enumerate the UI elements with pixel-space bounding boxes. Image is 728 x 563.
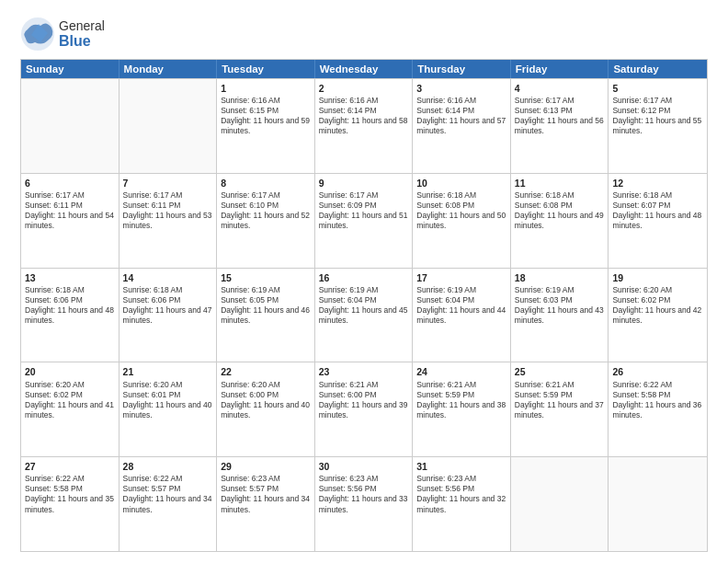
header-tuesday: Tuesday — [217, 60, 315, 78]
table-row: 1Sunrise: 6:16 AM Sunset: 6:15 PM Daylig… — [217, 79, 315, 173]
day-number: 25 — [515, 365, 605, 378]
day-info: Sunrise: 6:18 AM Sunset: 6:06 PM Dayligh… — [25, 285, 115, 326]
day-info: Sunrise: 6:22 AM Sunset: 5:58 PM Dayligh… — [25, 474, 115, 514]
table-row: 4Sunrise: 6:17 AM Sunset: 6:13 PM Daylig… — [511, 79, 609, 173]
day-number: 20 — [25, 365, 115, 378]
day-number: 29 — [221, 460, 311, 473]
table-row: 7Sunrise: 6:17 AM Sunset: 6:11 PM Daylig… — [119, 174, 218, 268]
day-info: Sunrise: 6:20 AM Sunset: 6:02 PM Dayligh… — [25, 380, 115, 420]
day-info: Sunrise: 6:19 AM Sunset: 6:05 PM Dayligh… — [221, 285, 311, 326]
day-info: Sunrise: 6:18 AM Sunset: 6:08 PM Dayligh… — [515, 190, 605, 231]
day-info: Sunrise: 6:17 AM Sunset: 6:11 PM Dayligh… — [123, 190, 213, 231]
header-thursday: Thursday — [413, 60, 511, 78]
table-row: 13Sunrise: 6:18 AM Sunset: 6:06 PM Dayli… — [21, 269, 119, 362]
day-number: 31 — [416, 460, 506, 473]
table-row: 24Sunrise: 6:21 AM Sunset: 5:59 PM Dayli… — [413, 362, 511, 456]
day-number: 22 — [221, 365, 311, 378]
day-number: 19 — [612, 271, 703, 284]
table-row: 26Sunrise: 6:22 AM Sunset: 5:58 PM Dayli… — [609, 362, 707, 456]
day-info: Sunrise: 6:20 AM Sunset: 6:02 PM Dayligh… — [612, 285, 703, 326]
table-row: 9Sunrise: 6:17 AM Sunset: 6:09 PM Daylig… — [315, 174, 414, 268]
table-row — [511, 457, 609, 551]
calendar-body: 1Sunrise: 6:16 AM Sunset: 6:15 PM Daylig… — [21, 78, 707, 551]
day-number: 4 — [515, 82, 605, 95]
day-info: Sunrise: 6:23 AM Sunset: 5:57 PM Dayligh… — [221, 474, 311, 514]
table-row: 17Sunrise: 6:19 AM Sunset: 6:04 PM Dayli… — [413, 269, 511, 362]
table-row: 31Sunrise: 6:23 AM Sunset: 5:56 PM Dayli… — [413, 457, 511, 551]
day-number: 17 — [416, 271, 506, 284]
table-row: 6Sunrise: 6:17 AM Sunset: 6:11 PM Daylig… — [21, 174, 119, 268]
day-number: 7 — [123, 177, 213, 190]
header-friday: Friday — [511, 60, 609, 78]
table-row: 28Sunrise: 6:22 AM Sunset: 5:57 PM Dayli… — [119, 457, 218, 551]
day-number: 30 — [319, 460, 409, 473]
week-row-4: 20Sunrise: 6:20 AM Sunset: 6:02 PM Dayli… — [21, 362, 707, 456]
week-row-3: 13Sunrise: 6:18 AM Sunset: 6:06 PM Dayli… — [21, 268, 707, 362]
day-number: 10 — [416, 177, 506, 190]
day-info: Sunrise: 6:21 AM Sunset: 6:00 PM Dayligh… — [319, 380, 409, 420]
header-monday: Monday — [119, 60, 218, 78]
logo-blue: Blue — [59, 33, 105, 50]
table-row: 5Sunrise: 6:17 AM Sunset: 6:12 PM Daylig… — [609, 79, 707, 173]
day-number: 11 — [515, 177, 605, 190]
day-info: Sunrise: 6:19 AM Sunset: 6:04 PM Dayligh… — [319, 285, 409, 326]
table-row: 29Sunrise: 6:23 AM Sunset: 5:57 PM Dayli… — [217, 457, 315, 551]
day-number: 8 — [221, 177, 311, 190]
week-row-1: 1Sunrise: 6:16 AM Sunset: 6:15 PM Daylig… — [21, 78, 707, 173]
table-row: 30Sunrise: 6:23 AM Sunset: 5:56 PM Dayli… — [315, 457, 414, 551]
day-info: Sunrise: 6:23 AM Sunset: 5:56 PM Dayligh… — [416, 474, 506, 514]
table-row — [119, 79, 218, 173]
header-saturday: Saturday — [609, 60, 707, 78]
day-number: 13 — [25, 271, 115, 284]
day-info: Sunrise: 6:22 AM Sunset: 5:58 PM Dayligh… — [612, 380, 703, 420]
day-info: Sunrise: 6:18 AM Sunset: 6:07 PM Dayligh… — [612, 190, 703, 231]
table-row: 11Sunrise: 6:18 AM Sunset: 6:08 PM Dayli… — [511, 174, 609, 268]
logo-general: General — [59, 19, 105, 33]
day-info: Sunrise: 6:17 AM Sunset: 6:10 PM Dayligh… — [221, 190, 311, 231]
table-row: 8Sunrise: 6:17 AM Sunset: 6:10 PM Daylig… — [217, 174, 315, 268]
table-row: 18Sunrise: 6:19 AM Sunset: 6:03 PM Dayli… — [511, 269, 609, 362]
logo: General Blue — [20, 17, 105, 52]
header: General Blue — [20, 17, 708, 52]
calendar: Sunday Monday Tuesday Wednesday Thursday… — [20, 59, 708, 552]
logo-icon — [20, 17, 55, 52]
table-row: 16Sunrise: 6:19 AM Sunset: 6:04 PM Dayli… — [315, 269, 414, 362]
day-info: Sunrise: 6:20 AM Sunset: 6:00 PM Dayligh… — [221, 380, 311, 420]
table-row: 3Sunrise: 6:16 AM Sunset: 6:14 PM Daylig… — [413, 79, 511, 173]
day-number: 2 — [319, 82, 409, 95]
day-number: 18 — [515, 271, 605, 284]
calendar-header: Sunday Monday Tuesday Wednesday Thursday… — [21, 60, 707, 78]
table-row: 23Sunrise: 6:21 AM Sunset: 6:00 PM Dayli… — [315, 362, 414, 456]
header-wednesday: Wednesday — [315, 60, 414, 78]
day-number: 14 — [123, 271, 213, 284]
day-number: 9 — [319, 177, 409, 190]
table-row — [609, 457, 707, 551]
day-info: Sunrise: 6:18 AM Sunset: 6:06 PM Dayligh… — [123, 285, 213, 326]
day-number: 5 — [612, 82, 703, 95]
day-info: Sunrise: 6:23 AM Sunset: 5:56 PM Dayligh… — [319, 474, 409, 514]
page: General Blue Sunday Monday Tuesday Wedne… — [0, 0, 728, 563]
day-number: 24 — [416, 365, 506, 378]
table-row: 2Sunrise: 6:16 AM Sunset: 6:14 PM Daylig… — [315, 79, 414, 173]
week-row-2: 6Sunrise: 6:17 AM Sunset: 6:11 PM Daylig… — [21, 173, 707, 268]
day-info: Sunrise: 6:21 AM Sunset: 5:59 PM Dayligh… — [515, 380, 605, 420]
day-number: 1 — [221, 82, 311, 95]
table-row: 12Sunrise: 6:18 AM Sunset: 6:07 PM Dayli… — [609, 174, 707, 268]
day-info: Sunrise: 6:17 AM Sunset: 6:12 PM Dayligh… — [612, 96, 703, 136]
table-row: 21Sunrise: 6:20 AM Sunset: 6:01 PM Dayli… — [119, 362, 218, 456]
day-number: 28 — [123, 460, 213, 473]
table-row: 20Sunrise: 6:20 AM Sunset: 6:02 PM Dayli… — [21, 362, 119, 456]
day-number: 21 — [123, 365, 213, 378]
day-info: Sunrise: 6:17 AM Sunset: 6:11 PM Dayligh… — [25, 190, 115, 231]
table-row: 22Sunrise: 6:20 AM Sunset: 6:00 PM Dayli… — [217, 362, 315, 456]
day-number: 27 — [25, 460, 115, 473]
week-row-5: 27Sunrise: 6:22 AM Sunset: 5:58 PM Dayli… — [21, 456, 707, 551]
day-number: 26 — [612, 365, 703, 378]
table-row: 19Sunrise: 6:20 AM Sunset: 6:02 PM Dayli… — [609, 269, 707, 362]
day-info: Sunrise: 6:17 AM Sunset: 6:13 PM Dayligh… — [515, 96, 605, 136]
day-info: Sunrise: 6:21 AM Sunset: 5:59 PM Dayligh… — [416, 380, 506, 420]
day-info: Sunrise: 6:19 AM Sunset: 6:04 PM Dayligh… — [416, 285, 506, 326]
day-info: Sunrise: 6:20 AM Sunset: 6:01 PM Dayligh… — [123, 380, 213, 420]
table-row: 27Sunrise: 6:22 AM Sunset: 5:58 PM Dayli… — [21, 457, 119, 551]
table-row — [21, 79, 119, 173]
